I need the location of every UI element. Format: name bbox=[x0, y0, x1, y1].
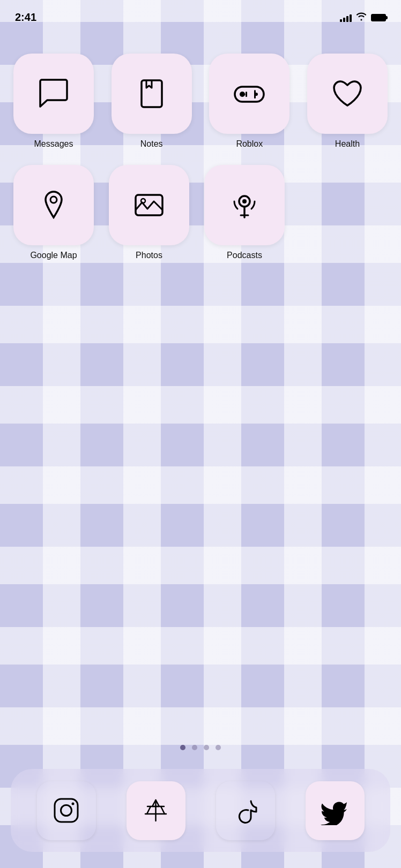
notes-icon bbox=[133, 75, 170, 112]
health-label: Health bbox=[335, 139, 360, 149]
bar4 bbox=[350, 14, 352, 22]
message-icon bbox=[35, 75, 72, 112]
svg-rect-0 bbox=[235, 87, 264, 102]
status-icons bbox=[340, 12, 386, 23]
svg-point-13 bbox=[61, 805, 72, 816]
page-dot-3[interactable] bbox=[204, 745, 209, 750]
notes-app[interactable]: Notes bbox=[109, 54, 195, 149]
page-dots bbox=[0, 745, 401, 750]
messages-label: Messages bbox=[34, 139, 73, 149]
app-row-1: Messages Notes bbox=[11, 54, 390, 149]
google-maps-app[interactable]: Google Map bbox=[11, 165, 96, 260]
photos-label: Photos bbox=[136, 251, 162, 260]
svg-point-14 bbox=[72, 803, 75, 805]
messages-app-icon[interactable] bbox=[13, 54, 94, 134]
battery-icon bbox=[371, 14, 386, 21]
dock bbox=[11, 769, 390, 852]
app-row-2: Google Map Photos bbox=[11, 165, 390, 260]
bar1 bbox=[340, 19, 342, 22]
app-store-app-icon[interactable] bbox=[127, 781, 185, 840]
svg-point-11 bbox=[242, 199, 247, 203]
app-store-app[interactable] bbox=[124, 781, 188, 840]
photos-app-icon[interactable] bbox=[109, 165, 189, 245]
map-pin-icon bbox=[35, 186, 72, 224]
google-maps-label: Google Map bbox=[30, 251, 77, 260]
signal-bars-icon bbox=[340, 13, 352, 22]
photos-app[interactable]: Photos bbox=[106, 165, 192, 260]
roblox-app-icon[interactable] bbox=[209, 54, 289, 134]
notes-label: Notes bbox=[140, 139, 163, 149]
svg-rect-6 bbox=[240, 94, 246, 95]
google-maps-app-icon[interactable] bbox=[13, 165, 94, 245]
instagram-app[interactable] bbox=[34, 781, 99, 840]
heart-icon bbox=[329, 75, 366, 112]
svg-rect-3 bbox=[254, 90, 256, 99]
health-app[interactable]: Health bbox=[305, 54, 390, 149]
bar3 bbox=[346, 16, 348, 22]
svg-point-7 bbox=[50, 197, 57, 203]
gamepad-icon bbox=[231, 75, 268, 112]
page-dot-1[interactable] bbox=[180, 745, 185, 750]
instagram-icon bbox=[51, 796, 81, 825]
twitter-icon bbox=[320, 796, 350, 825]
roblox-app[interactable]: Roblox bbox=[206, 54, 292, 149]
appstore-icon bbox=[141, 796, 170, 825]
status-time: 2:41 bbox=[15, 11, 36, 24]
tiktok-icon bbox=[231, 796, 260, 825]
photos-icon bbox=[130, 186, 168, 224]
podcasts-label: Podcasts bbox=[227, 251, 262, 260]
svg-rect-5 bbox=[246, 92, 247, 97]
twitter-app-icon[interactable] bbox=[306, 781, 365, 840]
page-dot-4[interactable] bbox=[216, 745, 221, 750]
tiktok-app-icon[interactable] bbox=[216, 781, 275, 840]
podcasts-app-icon[interactable] bbox=[204, 165, 285, 245]
svg-rect-12 bbox=[55, 799, 78, 822]
health-app-icon[interactable] bbox=[307, 54, 388, 134]
notes-app-icon[interactable] bbox=[112, 54, 192, 134]
wifi-icon bbox=[356, 12, 367, 23]
app-grid: Messages Notes bbox=[0, 54, 401, 276]
tiktok-app[interactable] bbox=[213, 781, 278, 840]
podcasts-icon bbox=[226, 186, 263, 224]
twitter-app[interactable] bbox=[303, 781, 367, 840]
instagram-app-icon[interactable] bbox=[37, 781, 96, 840]
svg-point-9 bbox=[141, 199, 145, 203]
podcasts-app[interactable]: Podcasts bbox=[202, 165, 287, 260]
messages-app[interactable]: Messages bbox=[11, 54, 96, 149]
bar2 bbox=[343, 18, 345, 22]
page-dot-2[interactable] bbox=[192, 745, 197, 750]
roblox-label: Roblox bbox=[236, 139, 263, 149]
status-bar: 2:41 bbox=[0, 0, 401, 29]
